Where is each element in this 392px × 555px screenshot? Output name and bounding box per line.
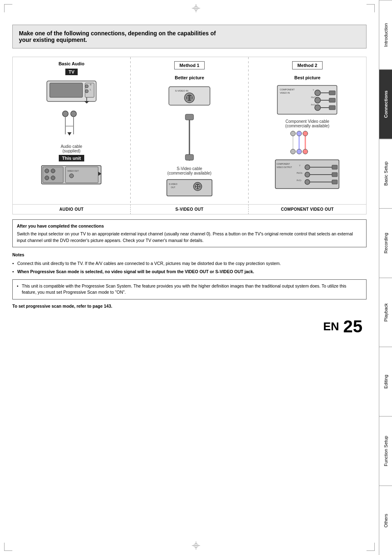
method1-badge: Method 1 bbox=[174, 61, 205, 69]
prog-box-item: This unit is compatible with the Progres… bbox=[17, 283, 362, 296]
svideo-cable-illustration bbox=[173, 113, 206, 163]
component-in-illustration: COMPONENT VIDEO IN Y Pb/Cb bbox=[277, 85, 338, 115]
notes-item-1: Connect this unit directly to the TV. If… bbox=[12, 260, 367, 267]
svg-point-24 bbox=[51, 169, 55, 173]
tv-illustration: R L bbox=[45, 79, 98, 104]
svg-point-15 bbox=[62, 111, 68, 117]
component-out-illustration: COMPONENT VIDEO OUTPUT Y Pb bbox=[274, 159, 340, 190]
svg-point-73 bbox=[297, 149, 302, 154]
svg-point-48 bbox=[198, 185, 200, 187]
footer-svideo-out: S-VIDEO OUT bbox=[131, 205, 249, 214]
component-cable-label: Component Video cable(commercially avail… bbox=[285, 119, 329, 128]
svg-rect-83 bbox=[332, 173, 337, 177]
svg-point-10 bbox=[85, 90, 88, 93]
svg-text:Pb/Cb: Pb/Cb bbox=[311, 96, 317, 99]
diagram-wrapper: Basic Audio TV R L bbox=[12, 57, 367, 214]
footer-component-out: COMPONENT VIDEO OUT bbox=[249, 205, 366, 214]
prog-box-list: This unit is compatible with the Progres… bbox=[17, 283, 362, 296]
svg-point-46 bbox=[195, 184, 200, 189]
method2-badge: Method 2 bbox=[292, 61, 323, 69]
svg-text:COMPONENT: COMPONENT bbox=[280, 88, 295, 91]
svg-text:Pb/Cb: Pb/Cb bbox=[297, 172, 302, 174]
svg-text:Pr/Cr: Pr/Cr bbox=[297, 179, 302, 182]
notes-title: Notes bbox=[12, 251, 367, 258]
svg-text:OUT: OUT bbox=[171, 186, 175, 189]
col-method2: Method 2 Best picture COMPONENT VIDEO IN bbox=[249, 57, 366, 204]
svg-rect-41 bbox=[185, 154, 194, 160]
svg-point-16 bbox=[71, 111, 76, 117]
svg-point-84 bbox=[305, 180, 310, 184]
svg-point-72 bbox=[291, 149, 295, 154]
svg-point-70 bbox=[297, 131, 302, 136]
col-basic-audio: Basic Audio TV R L bbox=[13, 57, 130, 204]
sidebar-tab-basic-setup[interactable]: Basic Setup bbox=[379, 139, 392, 208]
svg-point-49 bbox=[196, 187, 197, 189]
sidebar-tab-introduction[interactable]: Introduction bbox=[379, 0, 392, 69]
sidebar-tab-editing[interactable]: Editing bbox=[379, 347, 392, 416]
notes-section: Notes Connect this unit directly to the … bbox=[12, 251, 367, 275]
svg-point-37 bbox=[187, 99, 189, 100]
page-title: Make one of the following connections, d… bbox=[19, 30, 360, 43]
sidebar-tab-connections[interactable]: Connections bbox=[379, 69, 392, 139]
info-box-text: Switch the input selector on your TV to … bbox=[17, 231, 362, 244]
sidebar-tab-playback[interactable]: Playback bbox=[379, 278, 392, 347]
page-number-area: EN 25 bbox=[12, 317, 367, 336]
svg-point-9 bbox=[85, 85, 88, 88]
svg-point-47 bbox=[196, 185, 197, 187]
info-box-title: After you have completed the connections bbox=[17, 223, 362, 230]
corner-br bbox=[367, 543, 375, 551]
svg-text:COMPONENT: COMPONENT bbox=[277, 163, 290, 165]
svg-rect-86 bbox=[332, 180, 337, 184]
svg-text:VIDEO OUTPUT: VIDEO OUTPUT bbox=[277, 166, 292, 168]
svg-point-54 bbox=[315, 90, 321, 96]
svg-point-50 bbox=[198, 187, 200, 189]
sidebar-tab-others[interactable]: Others bbox=[379, 486, 392, 555]
svg-text:S-VIDEO: S-VIDEO bbox=[169, 183, 178, 185]
svg-point-25 bbox=[45, 176, 49, 180]
svg-point-29 bbox=[69, 174, 74, 178]
svg-rect-80 bbox=[332, 165, 337, 169]
svg-rect-62 bbox=[329, 106, 335, 110]
svg-point-36 bbox=[191, 97, 192, 98]
svg-point-78 bbox=[305, 165, 310, 170]
diagram-footer: AUDIO OUT S-VIDEO OUT COMPONENT VIDEO OU… bbox=[13, 204, 366, 214]
sidebar-tab-function-setup[interactable]: Function Setup bbox=[379, 416, 392, 486]
svg-text:VIDEO OUT: VIDEO OUT bbox=[67, 170, 79, 172]
sidebar-tab-recording[interactable]: Recording bbox=[379, 208, 392, 278]
corner-bl bbox=[4, 543, 12, 551]
prog-box: This unit is compatible with the Progres… bbox=[12, 279, 367, 300]
method1-title: Better picture bbox=[175, 75, 204, 80]
svg-point-81 bbox=[305, 172, 310, 177]
svg-text:R: R bbox=[90, 83, 92, 86]
svg-point-34 bbox=[187, 95, 192, 101]
unit-label: This unit bbox=[59, 155, 84, 161]
svideo-cable-label: S-Video cable(commercially available) bbox=[167, 166, 211, 175]
svideo-in-illustration: S-VIDEO IN bbox=[165, 85, 214, 109]
svg-text:S-VIDEO IN: S-VIDEO IN bbox=[175, 90, 188, 92]
svg-rect-40 bbox=[185, 114, 194, 120]
svg-point-23 bbox=[45, 169, 49, 173]
svg-rect-59 bbox=[329, 98, 335, 102]
info-box: After you have completed the connections… bbox=[12, 219, 367, 247]
center-bottom-mark bbox=[192, 541, 200, 551]
svg-marker-14 bbox=[84, 101, 89, 104]
page-number: 25 bbox=[343, 317, 362, 336]
svg-text:L: L bbox=[90, 88, 91, 91]
diagram-row: Basic Audio TV R L bbox=[13, 57, 366, 204]
svg-rect-56 bbox=[329, 91, 335, 95]
this-unit-illustration: VIDEO OUT bbox=[41, 164, 102, 186]
prog-note: To set progressive scan mode, refer to p… bbox=[12, 304, 367, 309]
col-method1: Method 1 Better picture S-VIDEO IN bbox=[131, 57, 248, 204]
svg-point-71 bbox=[303, 131, 308, 136]
page-en-label: EN bbox=[323, 320, 339, 333]
svg-point-38 bbox=[191, 99, 192, 100]
title-box: Make one of the following connections, d… bbox=[12, 25, 367, 48]
svideo-out-illustration: S-VIDEO OUT bbox=[165, 177, 214, 198]
component-cables-illustration bbox=[277, 130, 338, 155]
footer-audio-out: AUDIO OUT bbox=[13, 205, 131, 214]
method2-title: Best picture bbox=[294, 75, 321, 80]
svg-point-74 bbox=[303, 149, 308, 154]
basic-audio-title: Basic Audio bbox=[58, 61, 84, 66]
notes-item-2: When Progressive Scan mode is selected, … bbox=[12, 268, 367, 275]
audio-cable-illustration bbox=[45, 108, 98, 140]
